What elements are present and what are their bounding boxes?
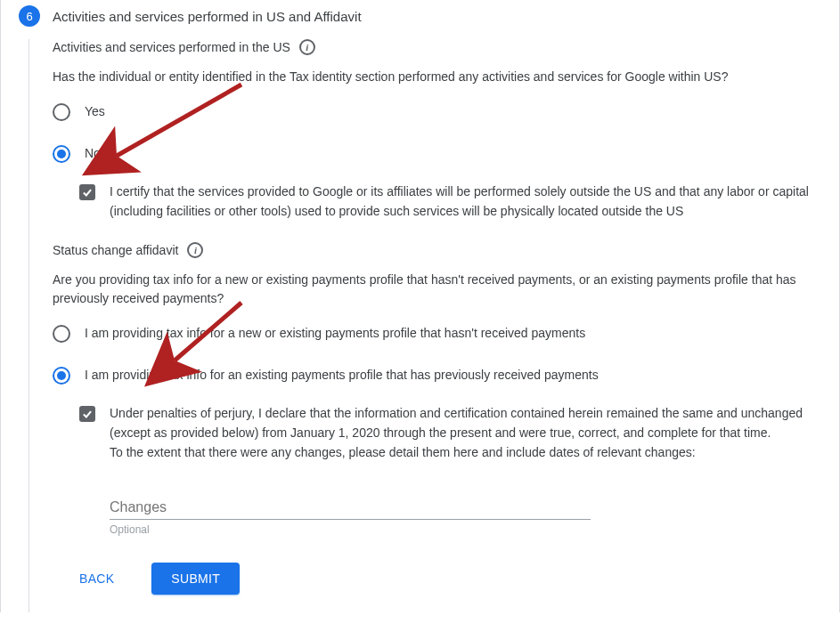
radio-label: Yes — [85, 102, 105, 121]
submit-button[interactable]: SUBMIT — [151, 563, 240, 595]
radio-unchecked-icon[interactable] — [53, 103, 70, 121]
activities-option-yes[interactable]: Yes — [53, 102, 812, 121]
changes-input-area: Optional — [110, 496, 591, 536]
affidavit-heading-row: Status change affidavit i — [53, 242, 812, 258]
affidavit-option-new[interactable]: I am providing tax info for a new or exi… — [53, 324, 812, 343]
activities-heading: Activities and services performed in the… — [53, 40, 290, 54]
step-number-badge: 6 — [19, 5, 40, 27]
radio-label: I am providing tax info for an existing … — [85, 366, 599, 385]
certify-block: I certify that the services provided to … — [79, 182, 812, 221]
step-connector-line — [29, 39, 29, 612]
radio-label: No — [85, 144, 101, 163]
form-container: 6 Activities and services performed in U… — [0, 0, 840, 612]
checkbox-checked-icon[interactable] — [79, 184, 95, 200]
info-icon[interactable]: i — [187, 242, 203, 258]
button-row: BACK SUBMIT — [53, 563, 812, 595]
activities-question: Has the individual or entity identified … — [53, 68, 812, 86]
step-title: Activities and services performed in US … — [53, 9, 362, 24]
radio-unchecked-icon[interactable] — [53, 325, 70, 343]
radio-checked-icon[interactable] — [53, 367, 70, 385]
affidavit-option-existing[interactable]: I am providing tax info for an existing … — [53, 366, 812, 385]
affidavit-question: Are you providing tax info for a new or … — [53, 271, 812, 308]
certify-text: I certify that the services provided to … — [110, 182, 812, 221]
input-helper: Optional — [110, 523, 591, 536]
activities-option-no[interactable]: No — [53, 144, 812, 163]
perjury-block: Under penalties of perjury, I declare th… — [79, 404, 812, 462]
checkbox-checked-icon[interactable] — [79, 406, 95, 422]
radio-checked-icon[interactable] — [53, 145, 70, 163]
step-header: 6 Activities and services performed in U… — [19, 0, 821, 27]
info-icon[interactable]: i — [299, 39, 315, 55]
activities-heading-row: Activities and services performed in the… — [53, 39, 812, 55]
radio-label: I am providing tax info for a new or exi… — [85, 324, 585, 343]
perjury-text: Under penalties of perjury, I declare th… — [110, 404, 812, 462]
back-button[interactable]: BACK — [74, 571, 119, 587]
changes-input[interactable] — [110, 496, 591, 520]
affidavit-heading: Status change affidavit — [53, 243, 178, 257]
